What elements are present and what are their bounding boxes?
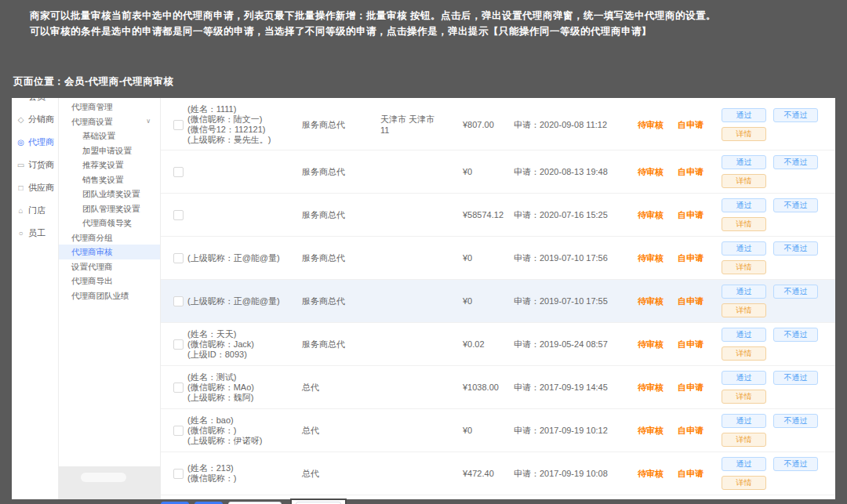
approve-button[interactable]: 通过: [722, 198, 766, 212]
row-checkbox[interactable]: [173, 167, 184, 177]
reject-button[interactable]: 不通过: [773, 371, 818, 385]
menu-item-6[interactable]: 团队业绩奖设置: [59, 187, 160, 201]
approve-button[interactable]: 通过: [722, 285, 766, 299]
module-item-3[interactable]: ▭订货商: [12, 154, 58, 176]
applicant-info-line: (姓名：bao): [187, 415, 302, 426]
applicant-info-cell: (上级昵称：正@能@量): [187, 253, 302, 263]
apply-type-badge: 自申请: [678, 339, 722, 350]
checkbox-cell: [161, 339, 187, 350]
checkbox-cell: [161, 426, 187, 436]
module-item-2[interactable]: ◎代理商: [12, 131, 58, 154]
table-row: (上级昵称：正@能@量)服务商总代¥0申请：2019-07-10 17:56待审…: [161, 237, 835, 280]
table-row: 服务商总代¥58574.12申请：2020-07-16 15:25待审核自申请通…: [161, 194, 835, 237]
module-item-0[interactable]: ◔会员: [12, 98, 58, 108]
apply-type-badge: 自申请: [678, 209, 722, 221]
reject-button[interactable]: 不通过: [773, 328, 818, 342]
staff-icon: ○: [16, 229, 25, 237]
menu-item-11[interactable]: 设置代理商: [59, 259, 160, 274]
amount-cell: ¥0: [463, 426, 514, 435]
module-item-label: 会员: [28, 98, 45, 103]
status-badge: 待审核: [638, 296, 678, 307]
row-checkbox[interactable]: [173, 339, 184, 350]
reject-button[interactable]: 不通过: [773, 108, 818, 122]
menu-item-7[interactable]: 团队管理奖设置: [59, 201, 160, 216]
menu-item-5[interactable]: 销售奖设置: [59, 172, 160, 187]
detail-button[interactable]: 详情: [722, 303, 766, 317]
table-row: (姓名：天天)(微信昵称：Jack)(上级ID：8093)服务商总代¥0.02申…: [161, 323, 835, 366]
annotation-note: 商家可以批量审核当前表中选中的代理商申请，列表页最下批量操作新增：批量审核 按钮…: [30, 8, 716, 39]
menu-item-8[interactable]: 代理商领导奖: [59, 216, 160, 230]
applicant-info-cell: (姓名：213)(微信昵称：): [187, 463, 302, 484]
row-checkbox[interactable]: [173, 296, 184, 306]
row-actions-cell: 通过不通过详情: [722, 198, 835, 231]
reject-button[interactable]: 不通过: [773, 414, 818, 428]
detail-button[interactable]: 详情: [722, 217, 766, 231]
detail-button[interactable]: 详情: [722, 476, 766, 490]
menu-item-13[interactable]: 代理商团队业绩: [59, 288, 160, 303]
reject-button[interactable]: 不通过: [773, 198, 818, 212]
detail-button[interactable]: 详情: [722, 346, 766, 361]
detail-button[interactable]: 详情: [722, 127, 766, 141]
module-item-6[interactable]: ○员工: [12, 222, 58, 245]
module-item-5[interactable]: ⌂门店: [12, 199, 58, 222]
reject-button[interactable]: 不通过: [773, 155, 818, 169]
menu-item-3[interactable]: 加盟申请设置: [59, 143, 160, 158]
applicant-info-line: (微信昵称：MAo): [187, 383, 302, 393]
approve-button[interactable]: 通过: [722, 371, 766, 385]
row-checkbox[interactable]: [173, 469, 184, 479]
table-row: (姓名：213)(微信昵称：)总代¥472.40申请：2017-09-19 10…: [161, 452, 835, 495]
menu-item-0[interactable]: 代理商管理: [59, 100, 160, 114]
module-item-1[interactable]: ◇分销商: [12, 108, 58, 131]
row-checkbox[interactable]: [173, 120, 184, 130]
sidebar-scrollbar-thumb[interactable]: [81, 473, 126, 482]
checkbox-cell: [161, 120, 187, 130]
row-actions-cell: 通过不通过详情: [722, 414, 835, 447]
approve-button[interactable]: 通过: [722, 328, 766, 342]
row-checkbox[interactable]: [173, 253, 184, 263]
reject-button[interactable]: 不通过: [773, 457, 818, 471]
checkbox-cell: [161, 469, 187, 479]
agent-level-cell: 服务商总代: [302, 252, 380, 264]
detail-button[interactable]: 详情: [722, 390, 766, 404]
menu-item-label: 基础设置: [82, 131, 115, 140]
approve-button[interactable]: 通过: [722, 414, 766, 428]
menu-item-10[interactable]: 代理商审核: [59, 245, 160, 259]
menu-item-4[interactable]: 推荐奖设置: [59, 158, 160, 172]
menu-item-1[interactable]: 代理商设置∨: [59, 114, 160, 129]
menu-item-9[interactable]: 代理商分组: [59, 230, 160, 245]
row-checkbox[interactable]: [173, 426, 184, 436]
applicant-info-line: (上级昵称：正@能@量): [187, 296, 302, 306]
agent-level-cell: 总代: [302, 382, 380, 393]
approve-button[interactable]: 通过: [722, 155, 766, 169]
applicant-info-cell: (姓名：1111)(微信昵称：陆文一)(微信号12：112121)(上级昵称：曼…: [187, 104, 302, 145]
reject-button[interactable]: 不通过: [773, 241, 818, 256]
agent-level-cell: 服务商总代: [302, 296, 380, 307]
menu-item-label: 销售奖设置: [82, 175, 124, 184]
agent-icon: ◎: [16, 138, 25, 147]
amount-cell: ¥0: [463, 296, 514, 306]
menu-item-12[interactable]: 代理商导出: [59, 274, 160, 288]
approve-button[interactable]: 通过: [722, 108, 766, 122]
checkbox-cell: [161, 167, 187, 177]
detail-button[interactable]: 详情: [722, 260, 766, 274]
detail-button[interactable]: 详情: [722, 174, 766, 188]
status-badge: 待审核: [638, 468, 678, 480]
row-checkbox[interactable]: [173, 383, 184, 393]
agent-level-cell: 服务商总代: [302, 119, 380, 131]
detail-button[interactable]: 详情: [722, 433, 766, 447]
row-checkbox[interactable]: [173, 210, 184, 220]
module-item-4[interactable]: □供应商: [12, 176, 58, 199]
row-actions-cell: 通过不通过详情: [722, 155, 835, 188]
supplier-icon: □: [16, 183, 25, 192]
apply-time-cell: 申请：2020-07-16 15:25: [514, 209, 638, 221]
menu-item-2[interactable]: 基础设置: [59, 129, 160, 143]
row-actions-cell: 通过不通过详情: [722, 241, 835, 274]
status-badge: 待审核: [638, 425, 678, 437]
apply-type-badge: 自申请: [678, 296, 722, 307]
applicant-info-line: (姓名：1111): [187, 104, 302, 114]
menu-item-label: 团队管理奖设置: [82, 204, 140, 213]
approve-button[interactable]: 通过: [722, 457, 766, 471]
apply-time-cell: 申请：2017-09-19 14:45: [514, 382, 638, 393]
reject-button[interactable]: 不通过: [773, 285, 818, 299]
approve-button[interactable]: 通过: [722, 241, 766, 256]
